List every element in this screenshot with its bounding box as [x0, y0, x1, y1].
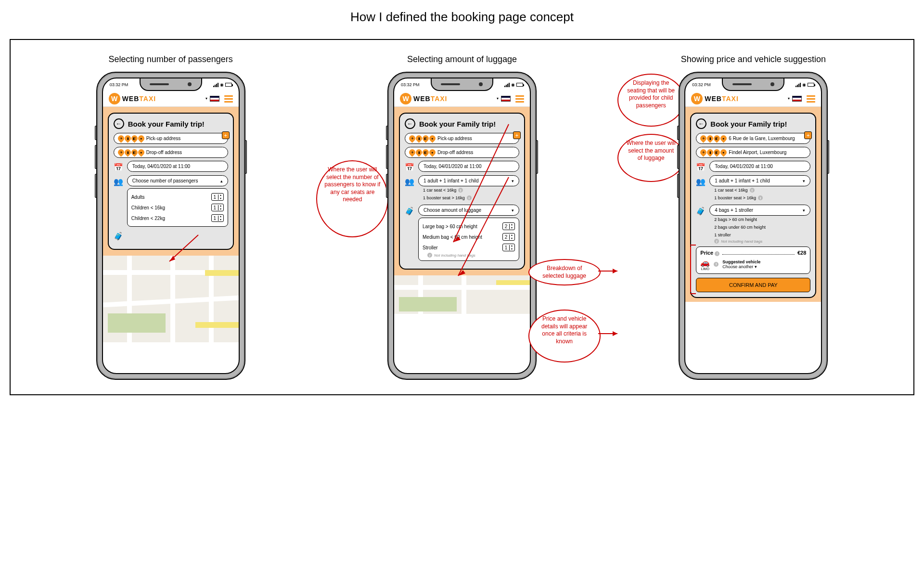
app-header: W WEBTAXI [394, 91, 530, 107]
battery-icon [516, 83, 523, 87]
phone-frame: 03:32 PM ◉ W WEBTAXI ← Book your Family … [387, 72, 537, 380]
info-icon[interactable]: i [467, 195, 472, 200]
confirm-pay-button[interactable]: CONFIRM AND PAY [696, 278, 810, 292]
people-icon: 👥 [114, 177, 123, 187]
stroller-stepper[interactable]: 1▴▾ [502, 244, 515, 251]
logo[interactable]: W WEBTAXI [691, 93, 739, 104]
children-16-row: Children < 16kg1▴▾ [131, 202, 224, 213]
car-icon: 🚗 [700, 258, 710, 267]
language-flag[interactable] [210, 96, 219, 102]
adults-stepper[interactable]: 1▴▾ [211, 193, 224, 201]
child16-stepper[interactable]: 1▴▾ [211, 204, 224, 211]
map-background [103, 256, 239, 342]
luggage-select[interactable]: 4 bags + 1 stroller▾ [709, 205, 810, 216]
annotation-luggage-breakdown: Breakdown of selected luggage [528, 259, 601, 285]
battery-icon [808, 83, 814, 87]
logo-icon: W [400, 93, 411, 104]
dropoff-input[interactable]: ✈▮◧● Drop-off address [114, 147, 228, 158]
language-flag[interactable] [501, 96, 511, 102]
logo[interactable]: W WEBTAXI [109, 93, 156, 104]
large-bag-row: Large bag > 60 cm height2▴▾ [423, 221, 515, 232]
price-box: Price i€28 🚗LIMO i Suggested vehicleChoo… [696, 246, 810, 274]
svg-marker-9 [613, 331, 617, 336]
dropoff-input[interactable]: ✈▮◧● Drop-off address [405, 147, 519, 158]
column-title: Selecting amount of luggage [407, 54, 517, 65]
child22-stepper[interactable]: 1▴▾ [211, 214, 224, 222]
phone-frame: 03:32 PM ◉ W WEBTAXI ← Book your Family … [679, 72, 828, 380]
passengers-dropdown: Adults1▴▾ Children < 16kg1▴▾ Children < … [127, 188, 228, 227]
status-time: 03:32 PM [401, 82, 420, 87]
svg-marker-7 [613, 269, 617, 273]
card-title: Book your Family trip! [710, 120, 787, 128]
datetime-input[interactable]: Today, 04/01/2020 at 11:00 [418, 161, 519, 172]
language-flag[interactable] [792, 96, 802, 102]
logo[interactable]: W WEBTAXI [400, 93, 448, 104]
people-icon: 👥 [405, 177, 414, 187]
passengers-select[interactable]: 1 adult + 1 infant + 1 child▾ [418, 175, 519, 186]
luggage-dropdown: Large bag > 60 cm height2▴▾ Medium bag <… [418, 218, 519, 261]
car-seat-info: 1 car seat < 16kgi [709, 186, 810, 194]
add-stop-icon[interactable]: + [804, 131, 812, 139]
phone-notch [722, 78, 784, 91]
booking-card: ← Book your Family trip! ✈▮◧● Pick-up ad… [108, 113, 234, 250]
chevron-down-icon: ▾ [512, 208, 514, 213]
battery-icon [225, 83, 232, 87]
pickup-input[interactable]: ✈▮◧● Pick-up address + [405, 133, 519, 144]
price-label: Price i [700, 250, 719, 256]
back-button[interactable]: ← [114, 118, 124, 129]
add-stop-icon[interactable]: + [222, 131, 230, 139]
luggage-note: iNot including hand bags [423, 253, 515, 258]
booster-seat-info: 1 booster seat > 16kgi [709, 194, 810, 202]
page-title: How I defined the booking page concept [10, 10, 914, 25]
passengers-select[interactable]: Choose number of passengers▴ [127, 175, 228, 186]
medium-stepper[interactable]: 2▴▾ [502, 233, 515, 241]
wifi-icon: ◉ [220, 82, 224, 87]
back-button[interactable]: ← [405, 118, 415, 129]
pickup-input[interactable]: ✈▮◧● Pick-up address + [114, 133, 228, 144]
menu-icon[interactable] [515, 95, 524, 103]
luggage-line2: 2 bags under 60 cm height [709, 223, 810, 231]
info-icon[interactable]: i [714, 262, 719, 267]
luggage-select[interactable]: Choose amount of luggage▾ [418, 205, 519, 216]
chevron-up-icon: ▴ [220, 179, 223, 183]
pickup-placeholder: Pick-up address [146, 136, 181, 141]
luggage-line1: 2 bags > 60 cm height [709, 216, 810, 223]
menu-icon[interactable] [807, 95, 815, 103]
back-button[interactable]: ← [696, 118, 706, 129]
datetime-input[interactable]: Today, 04/01/2020 at 11:00 [127, 161, 228, 172]
status-time: 03:32 PM [692, 82, 711, 87]
logo-icon: W [109, 93, 120, 104]
status-time: 03:32 PM [110, 82, 128, 87]
signal-icon [796, 83, 801, 87]
phone-notch [140, 78, 202, 91]
add-stop-icon[interactable]: + [513, 131, 521, 139]
passengers-select[interactable]: 1 adult + 1 infant + 1 child▾ [709, 175, 810, 186]
menu-icon[interactable] [224, 95, 233, 103]
adults-row: Adults1▴▾ [131, 192, 224, 202]
people-icon: 👥 [696, 177, 706, 187]
column-title: Selecting number of passengers [109, 54, 233, 65]
suggested-vehicle-label: Suggested vehicle [722, 259, 760, 264]
choose-vehicle-link[interactable]: Choose another ▾ [722, 264, 760, 269]
chevron-down-icon: ▾ [512, 179, 514, 183]
luggage-line3: 1 stroller [709, 231, 810, 239]
signal-icon [213, 83, 218, 87]
app-header: W WEBTAXI [103, 91, 239, 107]
phone-frame: 03:32 PM ◉ W WEBTAXI ← Book your Family … [96, 72, 245, 380]
column-passengers: Selecting number of passengers 03:32 PM … [30, 54, 311, 380]
booking-card: ← Book your Family trip! ✈▮◧● Pick-up ad… [399, 113, 525, 270]
large-stepper[interactable]: 2▴▾ [502, 222, 515, 230]
car-seat-info: 1 car seat < 16kgi [418, 186, 519, 194]
info-icon[interactable]: i [458, 188, 463, 193]
pickup-input[interactable]: ✈▮◧● 6 Rue de la Gare, Luxembourg + [696, 133, 810, 144]
dropoff-input[interactable]: ✈▮◧● Findel Airport, Luxembourg [696, 147, 810, 158]
phone-notch [431, 78, 493, 91]
datetime-input[interactable]: Today, 04/01/2020 at 11:00 [709, 161, 810, 172]
luggage-icon: 🧳 [696, 207, 706, 216]
calendar-icon: 📅 [114, 163, 123, 172]
stroller-row: Stroller1▴▾ [423, 242, 515, 253]
calendar-icon: 📅 [405, 163, 414, 172]
concept-container: Selecting number of passengers 03:32 PM … [10, 39, 914, 395]
booking-card: ← Book your Family trip! ✈▮◧● 6 Rue de l… [690, 113, 816, 298]
map-background [394, 275, 530, 314]
